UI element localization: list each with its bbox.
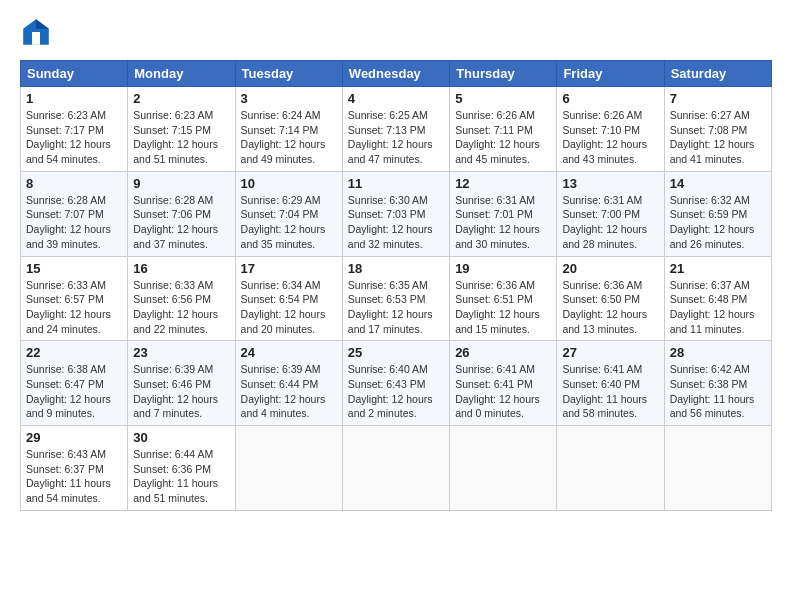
day-number: 21 bbox=[670, 261, 766, 276]
day-number: 26 bbox=[455, 345, 551, 360]
calendar-cell: 17Sunrise: 6:34 AM Sunset: 6:54 PM Dayli… bbox=[235, 256, 342, 341]
weekday-saturday: Saturday bbox=[664, 61, 771, 87]
svg-rect-2 bbox=[32, 32, 40, 45]
page: SundayMondayTuesdayWednesdayThursdayFrid… bbox=[0, 0, 792, 521]
day-info: Sunrise: 6:39 AM Sunset: 6:44 PM Dayligh… bbox=[241, 362, 337, 421]
calendar-cell: 30Sunrise: 6:44 AM Sunset: 6:36 PM Dayli… bbox=[128, 426, 235, 511]
week-row-2: 8Sunrise: 6:28 AM Sunset: 7:07 PM Daylig… bbox=[21, 171, 772, 256]
day-number: 30 bbox=[133, 430, 229, 445]
header bbox=[20, 16, 772, 48]
day-info: Sunrise: 6:38 AM Sunset: 6:47 PM Dayligh… bbox=[26, 362, 122, 421]
day-number: 25 bbox=[348, 345, 444, 360]
day-number: 6 bbox=[562, 91, 658, 106]
calendar-cell bbox=[342, 426, 449, 511]
week-row-4: 22Sunrise: 6:38 AM Sunset: 6:47 PM Dayli… bbox=[21, 341, 772, 426]
calendar-cell: 26Sunrise: 6:41 AM Sunset: 6:41 PM Dayli… bbox=[450, 341, 557, 426]
calendar-cell: 9Sunrise: 6:28 AM Sunset: 7:06 PM Daylig… bbox=[128, 171, 235, 256]
calendar-cell: 12Sunrise: 6:31 AM Sunset: 7:01 PM Dayli… bbox=[450, 171, 557, 256]
calendar-cell: 1Sunrise: 6:23 AM Sunset: 7:17 PM Daylig… bbox=[21, 87, 128, 172]
calendar-cell bbox=[235, 426, 342, 511]
day-number: 5 bbox=[455, 91, 551, 106]
calendar-cell: 2Sunrise: 6:23 AM Sunset: 7:15 PM Daylig… bbox=[128, 87, 235, 172]
calendar-cell: 28Sunrise: 6:42 AM Sunset: 6:38 PM Dayli… bbox=[664, 341, 771, 426]
day-number: 16 bbox=[133, 261, 229, 276]
day-info: Sunrise: 6:25 AM Sunset: 7:13 PM Dayligh… bbox=[348, 108, 444, 167]
day-info: Sunrise: 6:27 AM Sunset: 7:08 PM Dayligh… bbox=[670, 108, 766, 167]
calendar-cell: 21Sunrise: 6:37 AM Sunset: 6:48 PM Dayli… bbox=[664, 256, 771, 341]
day-info: Sunrise: 6:35 AM Sunset: 6:53 PM Dayligh… bbox=[348, 278, 444, 337]
logo-icon bbox=[20, 16, 52, 48]
day-number: 2 bbox=[133, 91, 229, 106]
day-number: 19 bbox=[455, 261, 551, 276]
day-info: Sunrise: 6:23 AM Sunset: 7:17 PM Dayligh… bbox=[26, 108, 122, 167]
day-number: 1 bbox=[26, 91, 122, 106]
day-info: Sunrise: 6:41 AM Sunset: 6:41 PM Dayligh… bbox=[455, 362, 551, 421]
weekday-friday: Friday bbox=[557, 61, 664, 87]
calendar-cell: 23Sunrise: 6:39 AM Sunset: 6:46 PM Dayli… bbox=[128, 341, 235, 426]
svg-marker-1 bbox=[36, 19, 49, 29]
calendar-cell: 19Sunrise: 6:36 AM Sunset: 6:51 PM Dayli… bbox=[450, 256, 557, 341]
calendar-cell: 24Sunrise: 6:39 AM Sunset: 6:44 PM Dayli… bbox=[235, 341, 342, 426]
day-number: 9 bbox=[133, 176, 229, 191]
day-number: 23 bbox=[133, 345, 229, 360]
day-info: Sunrise: 6:33 AM Sunset: 6:57 PM Dayligh… bbox=[26, 278, 122, 337]
day-info: Sunrise: 6:44 AM Sunset: 6:36 PM Dayligh… bbox=[133, 447, 229, 506]
calendar-cell: 10Sunrise: 6:29 AM Sunset: 7:04 PM Dayli… bbox=[235, 171, 342, 256]
weekday-sunday: Sunday bbox=[21, 61, 128, 87]
calendar-cell: 8Sunrise: 6:28 AM Sunset: 7:07 PM Daylig… bbox=[21, 171, 128, 256]
day-info: Sunrise: 6:28 AM Sunset: 7:07 PM Dayligh… bbox=[26, 193, 122, 252]
weekday-thursday: Thursday bbox=[450, 61, 557, 87]
day-number: 17 bbox=[241, 261, 337, 276]
day-number: 12 bbox=[455, 176, 551, 191]
day-info: Sunrise: 6:31 AM Sunset: 7:00 PM Dayligh… bbox=[562, 193, 658, 252]
week-row-1: 1Sunrise: 6:23 AM Sunset: 7:17 PM Daylig… bbox=[21, 87, 772, 172]
day-info: Sunrise: 6:39 AM Sunset: 6:46 PM Dayligh… bbox=[133, 362, 229, 421]
day-number: 29 bbox=[26, 430, 122, 445]
calendar-cell: 20Sunrise: 6:36 AM Sunset: 6:50 PM Dayli… bbox=[557, 256, 664, 341]
calendar-cell: 13Sunrise: 6:31 AM Sunset: 7:00 PM Dayli… bbox=[557, 171, 664, 256]
calendar-cell: 4Sunrise: 6:25 AM Sunset: 7:13 PM Daylig… bbox=[342, 87, 449, 172]
calendar-cell: 14Sunrise: 6:32 AM Sunset: 6:59 PM Dayli… bbox=[664, 171, 771, 256]
calendar-cell: 29Sunrise: 6:43 AM Sunset: 6:37 PM Dayli… bbox=[21, 426, 128, 511]
day-number: 8 bbox=[26, 176, 122, 191]
day-info: Sunrise: 6:30 AM Sunset: 7:03 PM Dayligh… bbox=[348, 193, 444, 252]
day-info: Sunrise: 6:41 AM Sunset: 6:40 PM Dayligh… bbox=[562, 362, 658, 421]
day-number: 13 bbox=[562, 176, 658, 191]
calendar-cell: 27Sunrise: 6:41 AM Sunset: 6:40 PM Dayli… bbox=[557, 341, 664, 426]
day-info: Sunrise: 6:43 AM Sunset: 6:37 PM Dayligh… bbox=[26, 447, 122, 506]
logo bbox=[20, 16, 56, 48]
day-number: 27 bbox=[562, 345, 658, 360]
day-number: 18 bbox=[348, 261, 444, 276]
day-info: Sunrise: 6:26 AM Sunset: 7:10 PM Dayligh… bbox=[562, 108, 658, 167]
day-number: 20 bbox=[562, 261, 658, 276]
weekday-header-row: SundayMondayTuesdayWednesdayThursdayFrid… bbox=[21, 61, 772, 87]
day-info: Sunrise: 6:28 AM Sunset: 7:06 PM Dayligh… bbox=[133, 193, 229, 252]
day-info: Sunrise: 6:29 AM Sunset: 7:04 PM Dayligh… bbox=[241, 193, 337, 252]
calendar-cell bbox=[557, 426, 664, 511]
day-info: Sunrise: 6:32 AM Sunset: 6:59 PM Dayligh… bbox=[670, 193, 766, 252]
day-info: Sunrise: 6:23 AM Sunset: 7:15 PM Dayligh… bbox=[133, 108, 229, 167]
day-info: Sunrise: 6:36 AM Sunset: 6:51 PM Dayligh… bbox=[455, 278, 551, 337]
day-info: Sunrise: 6:34 AM Sunset: 6:54 PM Dayligh… bbox=[241, 278, 337, 337]
day-number: 3 bbox=[241, 91, 337, 106]
day-number: 24 bbox=[241, 345, 337, 360]
calendar-cell: 11Sunrise: 6:30 AM Sunset: 7:03 PM Dayli… bbox=[342, 171, 449, 256]
day-number: 15 bbox=[26, 261, 122, 276]
day-info: Sunrise: 6:42 AM Sunset: 6:38 PM Dayligh… bbox=[670, 362, 766, 421]
day-info: Sunrise: 6:26 AM Sunset: 7:11 PM Dayligh… bbox=[455, 108, 551, 167]
calendar-cell: 22Sunrise: 6:38 AM Sunset: 6:47 PM Dayli… bbox=[21, 341, 128, 426]
calendar-cell bbox=[450, 426, 557, 511]
weekday-monday: Monday bbox=[128, 61, 235, 87]
week-row-5: 29Sunrise: 6:43 AM Sunset: 6:37 PM Dayli… bbox=[21, 426, 772, 511]
week-row-3: 15Sunrise: 6:33 AM Sunset: 6:57 PM Dayli… bbox=[21, 256, 772, 341]
day-info: Sunrise: 6:40 AM Sunset: 6:43 PM Dayligh… bbox=[348, 362, 444, 421]
day-info: Sunrise: 6:36 AM Sunset: 6:50 PM Dayligh… bbox=[562, 278, 658, 337]
day-info: Sunrise: 6:31 AM Sunset: 7:01 PM Dayligh… bbox=[455, 193, 551, 252]
day-number: 11 bbox=[348, 176, 444, 191]
day-info: Sunrise: 6:37 AM Sunset: 6:48 PM Dayligh… bbox=[670, 278, 766, 337]
calendar-cell: 15Sunrise: 6:33 AM Sunset: 6:57 PM Dayli… bbox=[21, 256, 128, 341]
calendar-cell: 3Sunrise: 6:24 AM Sunset: 7:14 PM Daylig… bbox=[235, 87, 342, 172]
calendar: SundayMondayTuesdayWednesdayThursdayFrid… bbox=[20, 60, 772, 511]
day-number: 7 bbox=[670, 91, 766, 106]
calendar-cell: 7Sunrise: 6:27 AM Sunset: 7:08 PM Daylig… bbox=[664, 87, 771, 172]
